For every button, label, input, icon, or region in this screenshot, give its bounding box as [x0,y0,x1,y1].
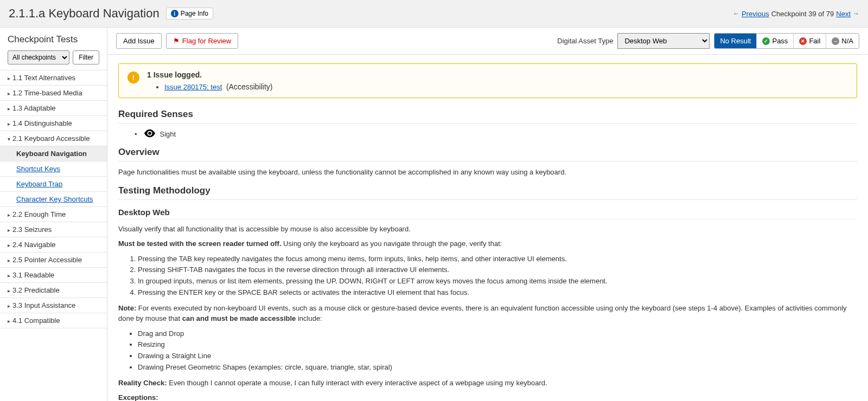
sidebar-heading: Checkpoint Tests [0,28,107,50]
sub-nav-item[interactable]: Shortcut Keys [0,161,107,177]
step: In grouped inputs, menus or list item el… [138,276,857,287]
step: Pressing SHIFT-TAB navigates the focus i… [138,264,857,276]
sidebar: Checkpoint Tests All checkpoints Filter … [0,28,107,401]
nav-item-expanded[interactable]: 2.1 Keyboard Accessible [0,131,107,146]
nav-item[interactable]: 3.3 Input Assistance [0,298,107,313]
overview-heading: Overview [118,147,857,161]
activity: Drag and Drop [138,328,857,340]
checkpoint-nav: 1.1 Text Alternatives 1.2 Time-based Med… [0,70,107,328]
dw-instruction: Must be tested with the screen reader tu… [118,238,857,249]
toolbar: Add Issue ⚑ Flag for Review Digital Asse… [107,28,868,55]
nav-item[interactable]: 2.5 Pointer Accessible [0,253,107,268]
next-link[interactable]: Next [836,10,851,18]
methodology-heading: Testing Methodology [118,185,857,200]
activities-list: Drag and Drop Resizing Drawing a Straigh… [138,328,857,373]
main-content: Add Issue ⚑ Flag for Review Digital Asse… [107,28,868,401]
issue-alert: ! 1 Issue logged. Issue 280175: test (Ac… [118,63,857,98]
x-icon: ✕ [799,37,807,45]
issue-category: (Accessibility) [226,82,273,91]
result-button-group: No Result ✓Pass ✕Fail –N/A [714,33,859,49]
nav-item[interactable]: 1.2 Time-based Media [0,86,107,101]
nav-item[interactable]: 1.4 Distinguishable [0,116,107,131]
required-senses-heading: Required Senses [118,109,857,124]
sub-nav-item-active[interactable]: Keyboard Navigation [0,146,107,161]
dw-intro: Visually verify that all functionality t… [118,224,857,235]
page-title: 2.1.1.a Keyboard Navigation [9,7,159,21]
issue-link[interactable]: Issue 280175: test [164,83,222,91]
asset-type-label: Digital Asset Type [557,37,613,45]
result-pass[interactable]: ✓Pass [757,34,794,48]
result-no-result[interactable]: No Result [714,34,757,48]
result-fail[interactable]: ✕Fail [794,34,826,48]
overview-text: Page functionalities must be available u… [118,167,857,178]
nav-item[interactable]: 2.2 Enough Time [0,207,107,222]
sense-sight: Sight [135,129,857,139]
activity: Drawing a Straight Line [138,351,857,362]
info-icon: i [171,10,178,17]
previous-link[interactable]: Previous [742,10,769,18]
nav-item[interactable]: 2.4 Navigable [0,237,107,253]
pagination: ← Previous Checkpoint 39 of 79 Next → [733,10,859,18]
position-text: Checkpoint 39 of 79 [771,10,834,18]
desktop-web-heading: Desktop Web [118,208,857,219]
flag-review-button[interactable]: ⚑ Flag for Review [166,33,238,49]
asset-type-select[interactable]: Desktop Web [617,33,710,49]
activity: Resizing [138,339,857,351]
add-issue-button[interactable]: Add Issue [116,33,162,49]
result-na[interactable]: –N/A [826,34,859,48]
step: Pressing the ENTER key or the SPACE BAR … [138,287,857,299]
filter-button[interactable]: Filter [73,50,99,64]
checkpoint-filter-select[interactable]: All checkpoints [8,50,69,64]
eye-icon [144,129,156,139]
page-header: 2.1.1.a Keyboard Navigation i Page Info … [0,0,868,28]
warning-icon: ! [127,72,139,83]
note-text: Note: For events executed by non-keyboar… [118,303,857,324]
nav-item[interactable]: 1.1 Text Alternatives [0,70,107,86]
exceptions-heading: Exceptions: [118,392,857,401]
arrow-right-icon: → [853,10,859,17]
nav-item[interactable]: 2.3 Seizures [0,222,107,237]
test-steps: Pressing the TAB key repeatedly navigate… [138,254,857,299]
alert-title: 1 Issue logged. [147,70,848,79]
step: Pressing the TAB key repeatedly navigate… [138,254,857,265]
sub-nav-item[interactable]: Character Key Shortcuts [0,192,107,207]
minus-icon: – [832,37,839,45]
check-icon: ✓ [762,37,770,45]
reality-check: Reality Check: Even though I cannot oper… [118,378,857,389]
activity: Drawing Preset Geometric Shapes (example… [138,362,857,373]
flag-icon: ⚑ [173,37,180,45]
page-info-label: Page Info [181,10,208,17]
nav-item[interactable]: 3.2 Predictable [0,283,107,298]
nav-item[interactable]: 1.3 Adaptable [0,101,107,116]
sub-nav-item[interactable]: Keyboard Trap [0,177,107,192]
page-info-button[interactable]: i Page Info [166,8,213,20]
nav-item[interactable]: 4.1 Compatible [0,313,107,328]
nav-item[interactable]: 3.1 Readable [0,268,107,283]
arrow-left-icon: ← [733,10,739,17]
